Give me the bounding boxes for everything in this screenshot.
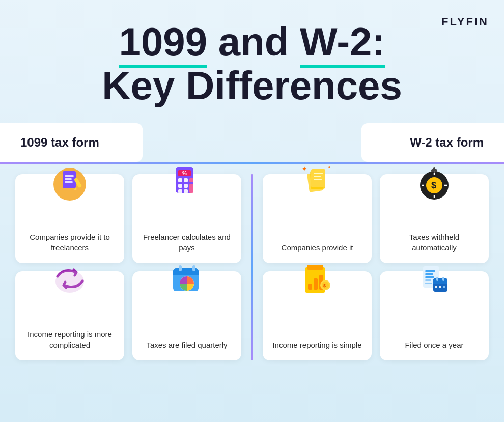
cards-w2-row1: ✦ ✦ Companies provide it — [263, 174, 489, 263]
logo: FLYFIN — [441, 15, 489, 29]
svg-rect-22 — [179, 265, 182, 271]
cards-1099: Companies provide it to freelancers — [15, 174, 241, 360]
vertical-divider — [251, 174, 253, 360]
svg-rect-16 — [184, 189, 188, 193]
svg-rect-29 — [314, 176, 321, 177]
doc-calendar-icon — [411, 256, 457, 302]
timer-icon: $ — [411, 159, 457, 205]
svg-rect-27 — [311, 169, 325, 187]
title-1099: 1099 — [119, 19, 208, 68]
svg-text:✦: ✦ — [327, 165, 331, 170]
card-income-complicated-text: Income reporting is more complicated — [23, 329, 116, 350]
calculator-icon: % — [164, 159, 210, 205]
main-title: 1099 and W-2: Key Differences — [10, 20, 494, 108]
title-w2: W-2: — [300, 19, 385, 68]
svg-rect-13 — [184, 184, 188, 188]
card-taxes-quarterly: Taxes are filed quarterly — [132, 271, 241, 360]
card-filed-once-text: Filed once a year — [405, 340, 463, 350]
cards-w2: ✦ ✦ Companies provide it — [263, 174, 489, 360]
card-companies-provide-w2: ✦ ✦ Companies provide it — [263, 174, 372, 263]
svg-rect-53 — [425, 273, 433, 275]
labels-row: 1099 tax form W-2 tax form — [0, 123, 504, 162]
money-doc-icon: $ — [294, 256, 340, 302]
svg-rect-12 — [178, 184, 182, 188]
cards-1099-row2: Income reporting is more complicated — [15, 271, 241, 360]
card-income-simple: $ Income reporting is simple — [263, 271, 372, 360]
svg-rect-3 — [65, 178, 72, 180]
title-line2: Key Differences — [10, 64, 494, 108]
card-filed-once: Filed once a year — [380, 271, 489, 360]
card-freelancer-calculates: % Freelancer calculates and pays — [132, 174, 241, 263]
svg-rect-45 — [308, 284, 312, 290]
svg-rect-57 — [433, 280, 447, 284]
card-companies-provide: Companies provide it to freelancers — [15, 174, 124, 263]
svg-rect-64 — [425, 283, 432, 284]
card-income-simple-text: Income reporting is simple — [272, 340, 361, 350]
svg-rect-15 — [178, 189, 182, 193]
cards-section: Companies provide it to freelancers — [0, 164, 504, 376]
card-companies-provide-text: Companies provide it to freelancers — [23, 232, 116, 253]
svg-text:✦: ✦ — [302, 165, 307, 173]
svg-point-18 — [55, 270, 84, 293]
title-and: and — [207, 19, 300, 64]
svg-rect-61 — [439, 286, 441, 288]
svg-rect-63 — [425, 279, 431, 281]
svg-rect-2 — [65, 175, 74, 177]
svg-rect-59 — [442, 277, 444, 281]
svg-rect-44 — [307, 265, 323, 270]
label-1099: 1099 tax form — [0, 123, 143, 162]
svg-rect-58 — [436, 277, 438, 281]
svg-rect-46 — [314, 278, 318, 290]
svg-rect-60 — [435, 286, 437, 288]
svg-rect-9 — [178, 178, 182, 182]
svg-rect-23 — [192, 265, 195, 271]
label-w2: W-2 tax form — [361, 123, 504, 162]
svg-text:%: % — [182, 171, 187, 176]
svg-rect-35 — [433, 167, 435, 172]
svg-rect-10 — [184, 178, 188, 182]
card-income-complicated: Income reporting is more complicated — [15, 271, 124, 360]
svg-text:$: $ — [323, 283, 326, 288]
svg-text:$: $ — [431, 180, 436, 190]
svg-rect-14 — [189, 184, 193, 193]
svg-rect-28 — [314, 173, 323, 174]
card-freelancer-calculates-text: Freelancer calculates and pays — [141, 232, 233, 253]
svg-rect-30 — [314, 179, 322, 180]
svg-rect-54 — [425, 276, 434, 278]
cards-1099-row1: Companies provide it to freelancers — [15, 174, 241, 263]
card-companies-provide-w2-text: Companies provide it — [282, 242, 353, 253]
card-taxes-withheld: $ Taxes withheld automatically — [380, 174, 489, 263]
svg-rect-4 — [65, 181, 73, 183]
svg-rect-11 — [189, 178, 193, 182]
card-taxes-withheld-text: Taxes withheld automatically — [388, 232, 481, 253]
calendar-pie-icon — [164, 256, 210, 302]
document-icon — [47, 159, 93, 205]
svg-rect-21 — [173, 272, 199, 275]
vertical-divider-container — [249, 174, 255, 360]
arrows-icon — [47, 256, 93, 302]
card-taxes-quarterly-text: Taxes are filed quarterly — [146, 340, 227, 350]
pages-icon: ✦ ✦ — [294, 159, 340, 205]
svg-rect-52 — [425, 270, 435, 272]
cards-w2-row2: $ Income reporting is simple — [263, 271, 489, 360]
svg-rect-62 — [443, 286, 445, 288]
